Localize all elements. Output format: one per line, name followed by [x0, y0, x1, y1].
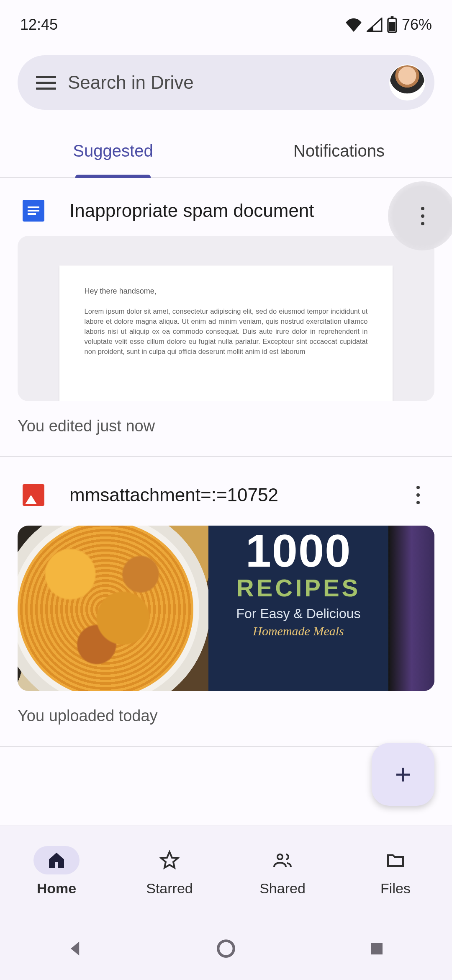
nav-label: Shared — [259, 880, 306, 897]
list-item-header: mmsattachment=:=10752 — [0, 457, 452, 526]
doc-page-thumbnail: Hey there handsome, Lorem ipsum dolor si… — [59, 266, 393, 401]
svg-rect-1 — [391, 16, 394, 18]
status-time: 12:45 — [20, 16, 58, 34]
battery-icon — [387, 16, 398, 33]
account-avatar[interactable] — [389, 64, 425, 101]
more-vert-icon — [421, 207, 424, 225]
list-item-header: Inappropriate spam document — [0, 178, 452, 236]
nav-shared[interactable]: Shared — [226, 825, 339, 917]
svg-point-3 — [218, 941, 234, 957]
sys-recents-button[interactable] — [364, 936, 389, 961]
file-preview[interactable]: Hey there handsome, Lorem ipsum dolor si… — [18, 236, 434, 401]
battery-percent: 76% — [402, 16, 432, 34]
plus-icon: + — [395, 758, 411, 790]
svg-rect-2 — [389, 22, 395, 31]
file-title: Inappropriate spam document — [69, 200, 434, 221]
file-title: mmsattachment=:=10752 — [69, 485, 377, 505]
doc-preview-body: Lorem ipsum dolor sit amet, consectetur … — [85, 307, 368, 357]
star-icon — [146, 846, 193, 874]
nav-files[interactable]: Files — [339, 825, 452, 917]
book-subtitle-2: For Easy & Delicious — [208, 606, 388, 622]
book-subtitle-1: RECIPES — [208, 574, 388, 602]
list-item[interactable]: mmsattachment=:=10752 1000 RECIPES For E… — [0, 457, 452, 747]
file-preview[interactable]: 1000 RECIPES For Easy & Delicious Homema… — [18, 526, 434, 691]
menu-icon[interactable] — [36, 72, 56, 93]
sys-home-button[interactable] — [213, 936, 239, 961]
signal-icon — [367, 18, 383, 32]
preview-right-edge — [388, 526, 434, 691]
search-bar[interactable]: Search in Drive — [18, 55, 434, 110]
svg-rect-4 — [371, 943, 383, 954]
tab-suggested[interactable]: Suggested — [0, 126, 226, 177]
tab-notifications[interactable]: Notifications — [226, 126, 452, 177]
nav-home[interactable]: Home — [0, 825, 113, 917]
more-vert-icon — [416, 486, 420, 504]
docs-icon — [23, 200, 44, 222]
preview-book-cover: 1000 RECIPES For Easy & Delicious Homema… — [208, 526, 388, 691]
status-bar: 12:45 76% — [0, 0, 452, 42]
list-item[interactable]: Inappropriate spam document Hey there ha… — [0, 178, 452, 457]
image-icon — [23, 484, 44, 506]
doc-preview-greeting: Hey there handsome, — [85, 286, 368, 297]
more-options-button[interactable] — [388, 181, 452, 250]
status-right: 76% — [345, 16, 432, 34]
suggested-list: Inappropriate spam document Hey there ha… — [0, 178, 452, 747]
nav-label: Home — [37, 880, 76, 897]
preview-food — [18, 526, 193, 691]
bottom-nav: Home Starred Shared Files — [0, 825, 452, 917]
more-options-button[interactable] — [402, 479, 434, 511]
people-icon — [259, 846, 306, 874]
book-title: 1000 — [208, 529, 388, 573]
file-meta: You uploaded today — [0, 691, 452, 725]
sys-back-button[interactable] — [63, 936, 88, 961]
home-tabs: Suggested Notifications — [0, 126, 452, 178]
system-nav-bar — [0, 917, 452, 980]
nav-label: Files — [380, 880, 411, 897]
nav-starred[interactable]: Starred — [113, 825, 226, 917]
nav-label: Starred — [146, 880, 193, 897]
book-subtitle-3: Homemade Meals — [208, 624, 388, 638]
folder-icon — [372, 846, 419, 874]
file-meta: You edited just now — [0, 401, 452, 435]
search-input[interactable]: Search in Drive — [68, 72, 378, 93]
preview-plate — [18, 526, 210, 691]
home-icon — [33, 846, 80, 874]
create-fab[interactable]: + — [372, 743, 434, 806]
wifi-icon — [345, 18, 362, 32]
